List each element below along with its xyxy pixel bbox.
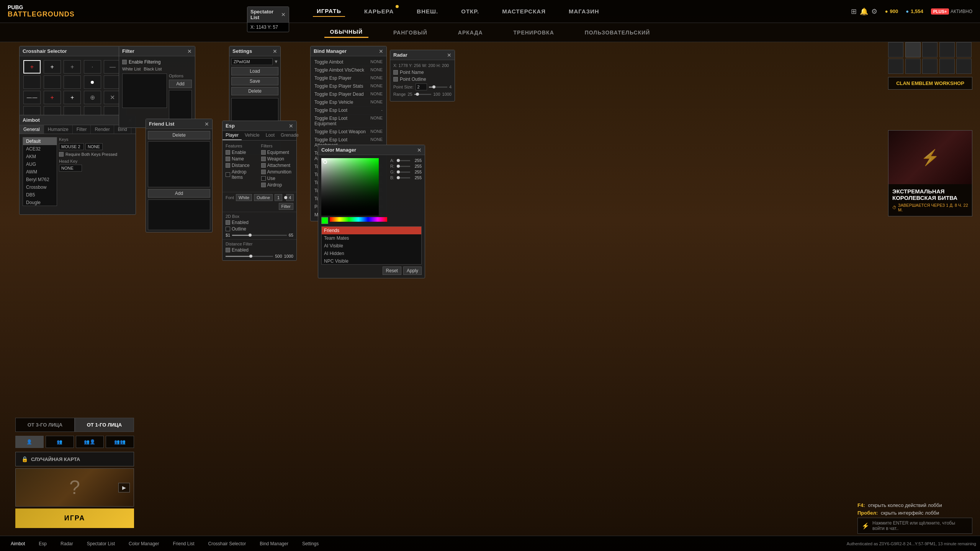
apply-color-btn[interactable]: Apply <box>403 267 422 275</box>
add-filter-btn[interactable]: Add <box>169 80 192 88</box>
add-friend-btn[interactable]: Add <box>148 189 210 198</box>
filter-close[interactable]: ✕ <box>187 49 192 54</box>
config-name-input[interactable]: ZPwIGM <box>231 58 273 65</box>
delete-friend-btn[interactable]: Delete <box>148 131 210 139</box>
weapon-profile-list[interactable]: Default ACE32 AKM AUG AWM Beryl M762 Cro… <box>23 137 57 206</box>
radar-point-outline-checkbox[interactable] <box>393 77 398 82</box>
icon-cell-8[interactable] <box>939 59 955 74</box>
esp-name-checkbox[interactable] <box>226 157 230 161</box>
crosshair-cell-10[interactable]: —·— <box>23 91 41 104</box>
tab-custom[interactable]: ПОЛЬЗОВАТЕЛЬСКИЙ <box>579 28 656 38</box>
spectator-tooltip-close[interactable]: ✕ <box>281 12 286 17</box>
profile-crossbow[interactable]: Crossbow <box>23 183 57 191</box>
bind-key-5[interactable]: NONE <box>370 100 383 105</box>
taskbar-radar[interactable]: Radar <box>57 540 76 548</box>
white-list-area[interactable] <box>122 74 167 108</box>
filter-button[interactable]: Filter <box>279 203 293 210</box>
bind-key-7[interactable]: NONE <box>370 116 383 126</box>
nav-item-workshop[interactable]: МАСТЕРСКАЯ <box>498 6 550 16</box>
squad-duo[interactable]: 👥 <box>46 436 74 448</box>
green-slider[interactable] <box>397 172 410 173</box>
taskbar-friends[interactable]: Friend List <box>170 540 197 548</box>
esp-use-checkbox[interactable] <box>261 176 266 181</box>
bind-key-1[interactable]: NONE <box>370 67 383 73</box>
icon-cell-9[interactable] <box>956 59 972 74</box>
clan-workshop-banner[interactable]: CLAN EMBLEM WORKSHOP <box>888 77 972 90</box>
friend-list-lower[interactable] <box>148 199 210 230</box>
crosshair-cell-7[interactable] <box>64 75 81 89</box>
icon-cell-5[interactable] <box>888 59 903 74</box>
squad-squad3[interactable]: 👥👤 <box>76 436 104 448</box>
taskbar-settings[interactable]: Settings <box>299 540 322 548</box>
tab-arcade[interactable]: АРКАДА <box>452 28 489 38</box>
esp-tab-loot[interactable]: Loot <box>263 131 278 140</box>
reset-color-btn[interactable]: Reset <box>383 267 401 275</box>
settings-nav-icon[interactable]: ⚙ <box>871 7 877 16</box>
esp-airdrop-filter-checkbox[interactable] <box>261 183 266 187</box>
nav-item-appearance[interactable]: ВНЕШ. <box>413 6 442 16</box>
blue-slider[interactable] <box>397 177 410 178</box>
dropdown-arrow[interactable]: ▼ <box>274 59 278 64</box>
esp-equipment-checkbox[interactable] <box>261 150 266 155</box>
esp-weapon-checkbox[interactable] <box>261 157 266 161</box>
icon-cell-6[interactable] <box>905 59 921 74</box>
esp-2dbox-outline-checkbox[interactable] <box>226 227 230 231</box>
alpha-slider[interactable] <box>397 160 410 161</box>
crosshair-cell-0[interactable]: + <box>23 60 41 74</box>
crosshair-cell-8[interactable] <box>84 75 101 89</box>
settings-close[interactable]: ✕ <box>273 49 277 54</box>
bind-key-8[interactable]: NONE <box>370 129 383 134</box>
color-items-list[interactable]: Friends Team Mates AI Visible AI Hidden … <box>321 226 422 265</box>
color-item-friends[interactable]: Friends <box>322 227 421 234</box>
taskbar-bind[interactable]: Bind Manager <box>257 540 291 548</box>
esp-distance-checkbox[interactable] <box>226 163 230 168</box>
profile-ace32[interactable]: ACE32 <box>23 145 57 153</box>
bind-key-2[interactable]: NONE <box>370 75 383 81</box>
profile-akm[interactable]: AKM <box>23 153 57 160</box>
inventory-icon[interactable]: ⊞ <box>851 7 857 16</box>
friend-list-area[interactable] <box>148 141 210 187</box>
crosshair-cell-12[interactable]: + <box>64 91 81 104</box>
nav-item-shop[interactable]: МАГАЗИН <box>565 6 603 16</box>
esp-tab-grenade[interactable]: Grenade <box>278 131 302 140</box>
tab-training[interactable]: ТРЕНИРОВКА <box>508 28 560 38</box>
point-size-slider[interactable] <box>429 87 447 88</box>
friend-close[interactable]: ✕ <box>205 121 209 127</box>
font-size-dec-btn[interactable]: 1 <box>275 194 282 201</box>
profile-aug[interactable]: AUG <box>23 160 57 168</box>
first-person-btn[interactable]: ОТ 1-ГО ЛИЦА <box>75 418 134 432</box>
crosshair-cell-2[interactable]: + <box>64 60 81 74</box>
notifications-icon[interactable]: 🔔 <box>860 7 868 16</box>
bind-key-3[interactable]: NONE <box>370 83 383 89</box>
nav-item-discovery[interactable]: ОТКР. <box>457 6 483 16</box>
chat-input-area[interactable]: ⚡ Нажмите ENTER или щёлкните, чтобы войт… <box>857 518 972 534</box>
radar-point-name-checkbox[interactable] <box>393 70 398 75</box>
taskbar-esp[interactable]: Esp <box>36 540 50 548</box>
icon-cell-0[interactable] <box>888 42 903 57</box>
esp-2dbox-enabled-checkbox[interactable] <box>226 220 230 225</box>
nav-item-play[interactable]: ИГРАТЬ <box>313 6 345 17</box>
save-btn[interactable]: Save <box>231 77 278 85</box>
aimbot-tab-humanize[interactable]: Humanize <box>44 125 73 134</box>
taskbar-aimbot[interactable]: Aimbot <box>8 540 28 548</box>
bind-key-6[interactable]: - <box>381 108 383 113</box>
2dbox-slider[interactable] <box>232 235 287 236</box>
head-key-input[interactable]: NONE <box>59 165 82 172</box>
dist-slider[interactable] <box>226 256 273 257</box>
crosshair-cell-3[interactable]: · <box>84 60 101 74</box>
point-size-input[interactable] <box>416 83 427 90</box>
third-person-btn[interactable]: ОТ 3-ГО ЛИЦА <box>15 418 75 432</box>
bind-key-0[interactable]: NONE <box>370 59 383 65</box>
enable-filtering-checkbox[interactable] <box>122 60 127 64</box>
esp-ammunition-checkbox[interactable] <box>261 170 266 174</box>
color-item-teammates[interactable]: Team Mates <box>322 234 421 242</box>
nav-item-career[interactable]: КАРЬЕРА <box>360 6 398 16</box>
color-item-npc-visible[interactable]: NPC Visible <box>322 257 421 265</box>
font-size-inc-btn[interactable]: 4 <box>286 194 294 201</box>
tab-ranked[interactable]: РАНГОВЫЙ <box>388 28 433 38</box>
esp-attachment-checkbox[interactable] <box>261 163 266 168</box>
crosshair-cell-6[interactable] <box>44 75 61 89</box>
map-next-arrow[interactable]: ▶ <box>118 483 130 492</box>
profile-default[interactable]: Default <box>23 137 57 145</box>
profile-db5[interactable]: DB5 <box>23 191 57 199</box>
